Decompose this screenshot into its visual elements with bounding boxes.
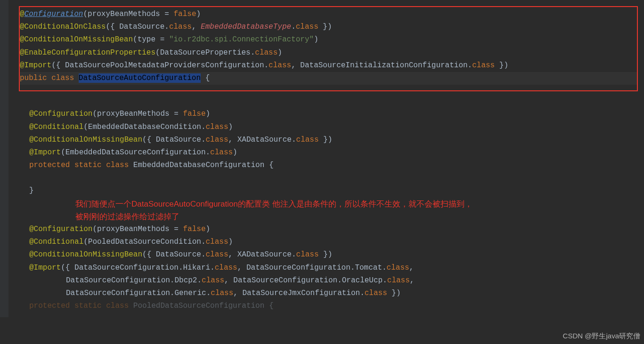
param: proxyBeanMethods =	[88, 10, 173, 18]
code-line[interactable]: @Configuration(proxyBeanMethods = false)	[9, 223, 639, 236]
code-line[interactable]: }	[9, 184, 639, 197]
keyword: class	[296, 23, 318, 31]
annotation-name[interactable]: Configuration	[24, 10, 83, 18]
annotation-name: Import	[34, 264, 61, 272]
code-editor[interactable]: @Configuration(proxyBeanMethods = false)…	[0, 0, 644, 317]
code-line[interactable]: protected static class PooledDataSourceC…	[9, 300, 639, 312]
code-area[interactable]: @Configuration(proxyBeanMethods = false)…	[0, 6, 644, 312]
at-symbol: @	[20, 10, 24, 18]
code-line[interactable]: protected static class EmbeddedDatabaseC…	[9, 159, 639, 172]
code-line[interactable]: @Import({ DataSourcePoolMetadataProvider…	[20, 59, 637, 72]
code-line[interactable]: @ConditionalOnClass({ DataSource.class, …	[20, 21, 637, 33]
code-line[interactable]: @EnableConfigurationProperties(DataSourc…	[20, 47, 637, 59]
code-line[interactable]: @Configuration(proxyBeanMethods = false)	[9, 108, 639, 120]
keyword: false	[173, 10, 196, 18]
class-ref: DataSource	[119, 23, 164, 31]
blank-line[interactable]	[9, 95, 639, 108]
annotation-name: Import	[34, 148, 61, 157]
class-ref: DataSourcePoolMetadataProvidersConfigura…	[65, 61, 264, 70]
selected-class-name: DataSourceAutoConfiguration	[79, 73, 201, 83]
paren: ({	[106, 23, 119, 31]
keyword: public	[20, 74, 51, 82]
annotation-name: ConditionalOnMissingBean	[34, 250, 142, 259]
at-symbol: @	[20, 48, 24, 57]
keyword: class	[255, 48, 277, 57]
annotation-name: Conditional	[34, 123, 84, 131]
keyword: class	[169, 23, 192, 31]
code-line[interactable]: @ConditionalOnMissingBean({ DataSource.c…	[9, 134, 639, 146]
code-line[interactable]: DataSourceConfiguration.Dbcp2.class, Dat…	[9, 274, 639, 287]
at-symbol: @	[20, 61, 24, 70]
paren: )	[196, 10, 201, 18]
highlight-annotation-box: @Configuration(proxyBeanMethods = false)…	[19, 6, 638, 91]
annotation-name: Configuration	[34, 225, 93, 233]
annotation-name: Configuration	[34, 110, 93, 118]
code-line[interactable]: @Import({ DataSourceConfiguration.Hikari…	[9, 262, 639, 274]
blank-line[interactable]	[9, 172, 639, 184]
code-line[interactable]: @Import(EmbeddedDataSourceConfiguration.…	[9, 146, 639, 159]
annotation-name: ConditionalOnMissingBean	[24, 35, 133, 44]
class-ref: DataSourceInitializationConfiguration	[300, 61, 467, 70]
code-line-cursor[interactable]: public class DataSourceAutoConfiguration…	[20, 72, 637, 85]
class-declaration: EmbeddedDatabaseConfiguration	[133, 161, 269, 169]
code-line[interactable]: @ConditionalOnMissingBean(type = "io.r2d…	[20, 33, 637, 46]
string-literal: "io.r2dbc.spi.ConnectionFactory"	[169, 35, 314, 44]
gutter	[0, 0, 8, 317]
user-annotation: 我们随便点一个DataSourceAutoConfiguration的配置类 他…	[9, 198, 575, 223]
code-line[interactable]: DataSourceConfiguration.Generic.class, D…	[9, 287, 639, 300]
annotation-name: ConditionalOnMissingBean	[34, 136, 142, 144]
annotation-name: EnableConfigurationProperties	[24, 48, 155, 57]
annotation-name: Conditional	[34, 238, 84, 246]
at-symbol: @	[20, 35, 24, 44]
code-line[interactable]: @Conditional(EmbeddedDatabaseCondition.c…	[9, 121, 639, 134]
at-symbol: @	[20, 23, 24, 31]
class-ref-error: EmbeddedDatabaseType	[201, 23, 291, 31]
paren: (	[83, 10, 88, 18]
keyword: class	[51, 74, 79, 82]
annotation-name: Import	[24, 61, 52, 70]
code-line[interactable]: @Conditional(PooledDataSourceCondition.c…	[9, 236, 639, 248]
code-line[interactable]: @Configuration(proxyBeanMethods = false)	[20, 8, 637, 21]
class-ref: DataSourceProperties	[160, 48, 251, 57]
code-line[interactable]: @ConditionalOnMissingBean({ DataSource.c…	[9, 248, 639, 261]
annotation-name: ConditionalOnClass	[24, 23, 106, 31]
class-declaration: PooledDataSourceConfiguration	[133, 302, 269, 310]
